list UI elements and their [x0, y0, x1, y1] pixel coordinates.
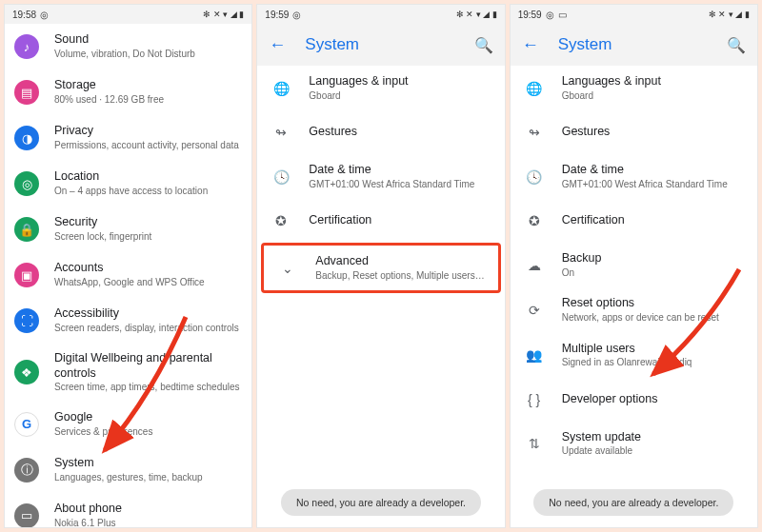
notif-dot-icon: ◎ [40, 10, 49, 20]
row-datetime[interactable]: 🕓Date & timeGMT+01:00 West Africa Standa… [257, 154, 504, 199]
row-security[interactable]: 🔒SecurityScreen lock, fingerprint [5, 207, 251, 252]
gesture-icon: ↬ [271, 125, 291, 140]
search-icon[interactable]: 🔍 [474, 36, 493, 54]
security-icon: 🔒 [14, 217, 39, 242]
row-certification[interactable]: ✪Certification [257, 199, 504, 243]
braces-icon: { } [524, 392, 545, 407]
privacy-icon: ◑ [14, 126, 39, 150]
row-accounts[interactable]: ▣AccountsWhatsApp, Google and WPS Office [5, 252, 251, 298]
wellbeing-icon: ❖ [14, 360, 39, 384]
status-bar: 19:59◎ ✻ ✕ ▾ ◢ ▮ [257, 5, 504, 24]
row-backup[interactable]: ☁BackupOn [511, 243, 757, 287]
row-languages[interactable]: 🌐Languages & inputGboard [511, 66, 757, 110]
row-multiusers[interactable]: 👥Multiple usersSigned in as Olanrewaju S… [511, 333, 757, 378]
row-wellbeing[interactable]: ❖Digital Wellbeing and parental controls… [5, 344, 251, 402]
reset-icon: ⟳ [524, 303, 545, 318]
notif-dot-icon: ◎ [546, 10, 554, 20]
panel-settings: 19:58◎ ✻ ✕ ▾ ◢ ▮ ♪SoundVolume, vibration… [4, 4, 252, 528]
status-icons: ✻ ✕ ▾ ◢ ▮ [203, 10, 244, 19]
clock: 19:58 [12, 10, 36, 20]
back-icon[interactable]: ← [269, 35, 286, 55]
row-accessibility[interactable]: ⛶AccessibilityScreen readers, display, i… [5, 298, 251, 344]
system-list-expanded[interactable]: 🌐Languages & inputGboard ↬Gestures 🕓Date… [511, 66, 757, 527]
status-icons: ✻ ✕ ▾ ◢ ▮ [709, 10, 750, 19]
accessibility-icon: ⛶ [14, 308, 39, 333]
panel-system: 19:59◎ ✻ ✕ ▾ ◢ ▮ ← System 🔍 🌐Languages &… [256, 4, 505, 528]
status-bar: 19:58◎ ✻ ✕ ▾ ◢ ▮ [5, 5, 251, 24]
badge-icon: ✪ [524, 213, 545, 228]
row-sound[interactable]: ♪SoundVolume, vibration, Do Not Disturb [5, 24, 251, 69]
settings-list[interactable]: ♪SoundVolume, vibration, Do Not Disturb … [5, 24, 251, 527]
system-icon: ⓘ [14, 458, 39, 483]
highlight-advanced: ⌄AdvancedBackup, Reset options, Multiple… [261, 243, 500, 293]
developer-toast: No need, you are already a developer. [281, 489, 481, 516]
chevron-down-icon: ⌄ [277, 261, 298, 276]
row-privacy[interactable]: ◑PrivacyPermissions, account activity, p… [5, 115, 251, 161]
clock-icon: 🕓 [524, 169, 545, 185]
row-certification[interactable]: ✪Certification [511, 199, 757, 243]
row-storage[interactable]: ▤Storage80% used · 12.69 GB free [5, 69, 251, 115]
storage-icon: ▤ [14, 80, 39, 105]
app-header: ← System 🔍 [511, 24, 757, 66]
app-header: ← System 🔍 [257, 24, 504, 66]
location-icon: ◎ [14, 171, 39, 196]
page-title: System [558, 35, 708, 54]
row-reset[interactable]: ⟳Reset optionsNetwork, apps or device ca… [511, 287, 757, 332]
badge-icon: ✪ [271, 213, 291, 228]
row-update[interactable]: ⇅System updateUpdate available [511, 422, 757, 466]
row-system[interactable]: ⓘSystemLanguages, gestures, time, backup [5, 447, 251, 493]
system-list[interactable]: 🌐Languages & inputGboard ↬Gestures 🕓Date… [257, 66, 504, 527]
notif-icon: ▭ [558, 10, 567, 20]
row-gestures[interactable]: ↬Gestures [511, 110, 757, 154]
globe-icon: 🌐 [271, 81, 291, 96]
status-icons: ✻ ✕ ▾ ◢ ▮ [456, 10, 497, 19]
globe-icon: 🌐 [524, 81, 545, 96]
update-icon: ⇅ [524, 436, 545, 451]
row-location[interactable]: ◎LocationOn – 4 apps have access to loca… [5, 161, 251, 207]
status-bar: 19:59◎▭ ✻ ✕ ▾ ◢ ▮ [511, 5, 757, 24]
gesture-icon: ↬ [524, 125, 545, 140]
search-icon[interactable]: 🔍 [727, 36, 746, 54]
row-datetime[interactable]: 🕓Date & timeGMT+01:00 West Africa Standa… [511, 154, 757, 199]
clock: 19:59 [265, 10, 289, 20]
row-about[interactable]: ▭About phoneNokia 6.1 Plus [5, 493, 251, 527]
panel-system-expanded: 19:59◎▭ ✻ ✕ ▾ ◢ ▮ ← System 🔍 🌐Languages … [510, 4, 758, 528]
accounts-icon: ▣ [14, 263, 39, 287]
row-developer[interactable]: { }Developer options [511, 378, 757, 422]
sound-icon: ♪ [14, 34, 39, 59]
clock: 19:59 [518, 10, 542, 20]
row-advanced[interactable]: ⌄AdvancedBackup, Reset options, Multiple… [264, 246, 497, 290]
cloud-icon: ☁ [524, 258, 545, 273]
about-icon: ▭ [14, 503, 39, 527]
row-google[interactable]: GGoogleServices & preferences [5, 402, 251, 447]
notif-dot-icon: ◎ [292, 10, 301, 20]
row-gestures[interactable]: ↬Gestures [257, 110, 504, 154]
developer-toast: No need, you are already a developer. [533, 489, 733, 516]
users-icon: 👥 [524, 347, 545, 363]
page-title: System [305, 35, 454, 54]
google-icon: G [14, 412, 39, 437]
back-icon[interactable]: ← [522, 35, 539, 55]
row-languages[interactable]: 🌐Languages & inputGboard [257, 66, 504, 110]
clock-icon: 🕓 [271, 169, 291, 185]
